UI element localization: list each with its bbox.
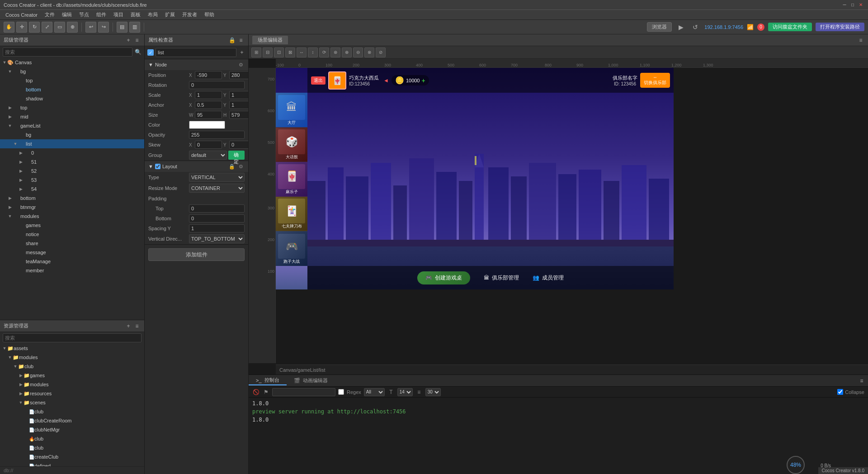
scene-tool-7[interactable]: ⟳ [319,47,329,57]
sidebar-item-cards[interactable]: 🃏 七夫牌刀布 [276,197,307,232]
close-button[interactable]: ✕ [857,1,864,9]
prop-lock-icon[interactable]: 🔒 [228,37,236,44]
spacing-y-input[interactable] [189,224,245,232]
menu-panel[interactable]: 面板 [127,10,144,19]
layout-type-select[interactable]: VERTICAL HORIZONTAL GRID NONE [189,173,245,182]
bottom-menu-icon[interactable]: ≡ [858,377,865,384]
install-path-button[interactable]: 打开程序安装路径 [816,23,864,31]
club-manage-button[interactable]: 🏛 俱乐部管理 [484,274,519,282]
layout-enabled-checkbox[interactable] [155,164,160,169]
tree-item-notice[interactable]: notice [0,230,144,239]
scene-tab[interactable]: 场景编辑器 [252,36,288,44]
console-filter-icon[interactable]: ⚑ [262,389,269,396]
browser-button[interactable]: 浏览器 [647,22,672,32]
tree-item-gamelist[interactable]: ▼ gameList [0,121,144,130]
asset-item-games[interactable]: ▶ 📁 games [0,371,144,380]
asset-item-scenes[interactable]: ▼ 📁 scenes [0,398,144,407]
asset-item-club-create[interactable]: 📄 clubCreateRoom [0,416,144,425]
tree-item-0[interactable]: ▶ 0 [0,148,144,157]
minimize-button[interactable]: ─ [841,1,848,9]
scene-tool-3[interactable]: ⊡ [274,47,284,57]
skew-y[interactable] [229,141,248,149]
node-gear-icon[interactable]: ⚙ [237,61,245,68]
asset-item-resources[interactable]: ▶ 📁 resources [0,389,144,398]
switch-club-button[interactable]: ↔ 切换俱乐部 [640,73,670,88]
scene-tool-11[interactable]: ⊗ [364,47,374,57]
tree-item-share[interactable]: share [0,239,144,248]
refresh-button[interactable]: ↺ [690,22,701,33]
node-section-header[interactable]: ▼ Node ⚙ [145,59,248,70]
group-confirm-button[interactable]: 确定 [228,151,245,160]
scene-tool-4[interactable]: ⊠ [285,47,295,57]
padding-top-input[interactable] [189,204,245,213]
sidebar-item-mahjong[interactable]: 🀄 麻乐子 [276,162,307,197]
menu-node[interactable]: 节点 [75,10,93,19]
visit-folder-button[interactable]: 访问腹盆文件夹 [768,23,812,31]
menu-layout[interactable]: 布局 [144,10,161,19]
tree-item-teamanage[interactable]: teaManage [0,257,144,266]
scene-canvas[interactable]: -100 0 100 200 300 400 500 600 700 800 9… [249,59,868,374]
layout-section-header[interactable]: ▼ Layout 🔒 ⚙ [145,161,248,172]
scene-tool-10[interactable]: ⊖ [353,47,363,57]
tree-item-54[interactable]: ▶ 54 [0,185,144,194]
tree-item-games[interactable]: games [0,221,144,230]
node-tree-add[interactable]: + [125,37,132,44]
opacity-input[interactable] [189,131,245,139]
tree-item-btnmgr[interactable]: ▶ btnmgr [0,203,144,212]
color-picker[interactable] [189,121,225,129]
tree-item-bg-shadow[interactable]: shadow [0,94,144,103]
tree-item-message[interactable]: message [0,248,144,257]
asset-item-assets[interactable]: ▼ 📁 assets [0,344,144,353]
collapse-checkbox[interactable] [837,389,843,395]
scale-x[interactable] [195,91,222,99]
console-search-input[interactable] [272,388,335,396]
font-size-select[interactable]: 14 12 16 [397,388,413,396]
scene-tool-1[interactable]: ⊞ [251,47,261,57]
tree-item-gamelist-bg[interactable]: bg [0,130,144,139]
scene-tool-12[interactable]: ⊘ [376,47,386,57]
add-component-button[interactable]: 添加组件 [148,248,245,261]
tree-item-53[interactable]: ▶ 53 [0,175,144,185]
padding-bottom-input[interactable] [189,214,245,223]
asset-item-modules[interactable]: ▼ 📁 modules [0,353,144,362]
tree-item-member[interactable]: member [0,266,144,275]
tree-item-bg-bottom[interactable]: bottom [0,85,144,94]
menu-help[interactable]: 帮助 [201,10,218,19]
create-table-button[interactable]: 🎮 创建游戏桌 [417,271,470,284]
sidebar-item-dice[interactable]: 🎲 大话骰 [276,128,307,162]
position-y[interactable] [229,71,248,79]
scene-tool-6[interactable]: ↕ [308,47,318,57]
tree-item-bottom[interactable]: ▶ bottom [0,194,144,203]
tree-item-list[interactable]: ▼ list [0,139,144,148]
console-tab[interactable]: >_ 控制台 [249,376,287,385]
menu-component[interactable]: 组件 [93,10,110,19]
animation-tab[interactable]: 🎬 动画编辑器 [287,376,335,385]
tool-layout1[interactable]: ▤ [117,22,127,33]
tree-item-52[interactable]: ▶ 52 [0,166,144,175]
tree-item-bg-top[interactable]: top [0,76,144,85]
scene-tool-2[interactable]: ⊟ [263,47,273,57]
scene-tool-8[interactable]: ⊛ [330,47,340,57]
rotation-input[interactable] [189,81,245,89]
log-level-select[interactable]: All Log Warn Error [364,388,385,396]
asset-item-clubnetmgr[interactable]: 📄 clubNetMgr [0,425,144,434]
exit-button[interactable]: 退出 [311,76,326,85]
node-tree-search[interactable] [3,47,132,57]
tool-redo[interactable]: ↪ [98,22,109,33]
maximize-button[interactable]: □ [849,1,856,9]
member-manage-button[interactable]: 👥 成员管理 [533,274,564,282]
node-tree-search-confirm[interactable]: 🔍 [134,48,142,56]
node-tree-menu[interactable]: ≡ [133,37,141,44]
tool-move[interactable]: ✛ [16,22,27,33]
menu-developer[interactable]: 开发者 [179,10,201,19]
size-w[interactable] [195,111,222,119]
resize-mode-select[interactable]: CONTAINER CHILDREN NONE [189,184,245,193]
skew-x[interactable] [195,141,222,149]
collapse-button[interactable]: Collapse [837,389,864,395]
menu-cocos[interactable]: Cocos Creator [2,11,41,19]
tool-rotate[interactable]: ↻ [29,22,40,33]
layout-gear-icon[interactable]: ⚙ [237,163,245,170]
size-h[interactable] [229,111,248,119]
tool-undo[interactable]: ↩ [85,22,96,33]
play-button[interactable]: ▶ [675,22,686,33]
